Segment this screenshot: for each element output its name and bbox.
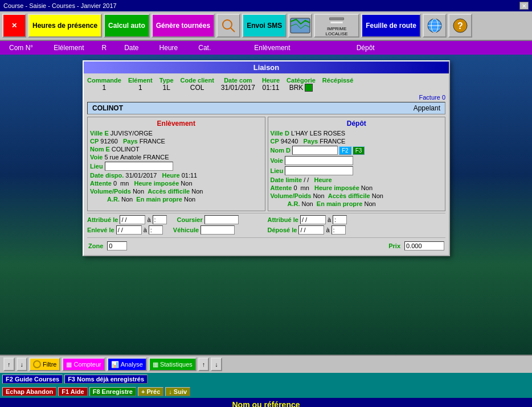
scroll-down-button[interactable]: ↓	[17, 357, 28, 371]
search-icon-btn[interactable]	[216, 14, 240, 38]
voie-d-label: Voie	[271, 157, 283, 164]
pays-d-value: FRANCE	[320, 138, 345, 145]
acc-diff-d-label: Accès difficile	[328, 192, 370, 199]
enleve-date-input[interactable]	[116, 225, 142, 235]
facture-value: 0	[442, 94, 445, 101]
nom-e-label: Nom E	[90, 146, 110, 153]
feuille-button[interactable]: Feuille de route	[361, 14, 421, 38]
voie-d-input[interactable]	[285, 156, 353, 165]
scroll-up-button[interactable]: ↑	[3, 357, 15, 371]
nom-e-row: Nom E COLINOT	[90, 146, 263, 153]
col-com: Com N°	[5, 43, 38, 53]
sort-up-button[interactable]: ↑	[198, 357, 210, 371]
f1-aide-button[interactable]: F1 Aide	[58, 387, 87, 396]
ar-e-value: Non	[121, 196, 133, 203]
en-main-e-value: Non	[184, 196, 195, 203]
ville-e-row: Ville E JUVISY/ORGE	[90, 130, 263, 137]
dialog-title: Liaison	[84, 61, 449, 73]
depose-time-input[interactable]	[332, 225, 346, 235]
voie-e-row: Voie 5 rue Anatole FRANCE	[90, 154, 263, 161]
ville-d-label: Ville D	[271, 130, 289, 137]
vehicule-input[interactable]	[200, 225, 235, 235]
tournees-button[interactable]: Génère tournées	[152, 14, 215, 38]
heure-e-label: Heure	[162, 172, 179, 179]
attribue-e-time-input[interactable]	[153, 215, 167, 224]
cp-e-label: CP	[90, 138, 99, 145]
main-area: Liaison Commande 1 Elément 1 Type 1L Cod…	[0, 55, 532, 355]
close-button[interactable]: ✕	[2, 14, 26, 38]
analyse-button[interactable]: 📊 Analyse	[107, 357, 147, 371]
attente-mn-d: mn	[301, 184, 309, 191]
status-bar-2: Echap Abandon F1 Aide F8 Enregistre + Pr…	[0, 385, 532, 398]
map-icon-btn[interactable]	[288, 14, 312, 38]
calcul-button[interactable]: Calcul auto	[104, 14, 150, 38]
filtre-button[interactable]: Filtre	[29, 357, 60, 371]
voie-d-row: Voie	[271, 156, 443, 165]
en-main-d-value: Non	[365, 200, 376, 207]
datedispo-row: Date dispo. 31/01/2017 Heure 01:11	[90, 172, 263, 179]
lieu-d-input[interactable]	[285, 166, 353, 175]
pays-d-label: Pays	[304, 138, 318, 145]
sort-down-button[interactable]: ↓	[211, 357, 222, 371]
suiv-button[interactable]: ↓ Suiv	[165, 387, 190, 396]
appelant-row: COLINOT Appelant	[87, 102, 445, 114]
coursier-input[interactable]	[204, 215, 239, 224]
sort-down-icon: ↓	[215, 361, 218, 368]
depot-title: Dépôt	[271, 120, 443, 128]
prix-input[interactable]	[404, 241, 444, 250]
imprime-icon-btn[interactable]: IMPRIME LOCALISE	[314, 14, 359, 38]
cp-pays-e-row: CP 91260 Pays FRANCE	[90, 138, 263, 145]
globe-icon-btn[interactable]	[423, 14, 447, 38]
voie-e-value: 5 rue Anatole FRANCE	[104, 154, 169, 161]
f2-guide-button[interactable]: F2 Guide Courses	[2, 375, 63, 384]
categorie-value: BRK	[289, 84, 304, 92]
bottom-two-col: Attribué le à Coursier Enlevé le à Véhic…	[87, 215, 445, 236]
statistiques-button[interactable]: ▦ Statistiques	[149, 357, 197, 371]
dialog-body: Commande 1 Elément 1 Type 1L Code client…	[84, 73, 449, 255]
help-icon-btn[interactable]: ?	[448, 14, 472, 38]
lieu-e-input[interactable]	[105, 162, 173, 171]
window-title: Course - Saisie - Courses - Janvier 2017	[3, 2, 117, 9]
info-row: Commande 1 Elément 1 Type 1L Code client…	[87, 77, 445, 92]
attente-mn-e: mn	[120, 180, 129, 187]
vehicule-label: Véhicule	[173, 227, 199, 233]
bottom-toolbar: ↑ ↓ Filtre ▦ Compteur 📊 Analyse ▦ Statis…	[0, 355, 532, 373]
depose-date-input[interactable]	[298, 225, 324, 235]
prix-label: Prix	[388, 242, 400, 249]
close-icon: ✕	[11, 22, 17, 30]
prec-button[interactable]: + Préc	[138, 387, 163, 396]
zone-prix-section: Zone Prix	[87, 240, 445, 252]
window-close-button[interactable]: ✕	[519, 2, 529, 10]
zone-input[interactable]	[107, 241, 127, 250]
attente-e-label: Attente	[90, 180, 112, 187]
compteur-button[interactable]: ▦ Compteur	[62, 357, 105, 371]
zone-area: Zone	[88, 241, 127, 250]
heures-button[interactable]: Heures de présence	[28, 14, 102, 38]
type-value: 1L	[162, 84, 170, 92]
envoi-sms-button[interactable]: Envoi SMS	[242, 14, 287, 38]
recepisse-label: Récépissé	[322, 77, 353, 84]
analyse-icon: 📊	[111, 361, 119, 368]
element-label: Elément	[128, 77, 153, 84]
date-limite-label: Date limite	[271, 176, 302, 183]
attribue-e-date-input[interactable]	[120, 215, 145, 224]
ar-e-row: A.R. Non En main propre Non	[90, 196, 263, 203]
f3-noms-button[interactable]: F3 Noms déjà enregistrés	[64, 375, 148, 384]
status-message: Nom ou référence	[0, 398, 532, 407]
attribue-d-date-input[interactable]	[300, 215, 326, 224]
f3-button[interactable]: F3	[353, 146, 365, 155]
col-element: Elélement	[49, 43, 88, 53]
echap-button[interactable]: Echap Abandon	[2, 387, 56, 396]
enleve-time-input[interactable]	[149, 225, 163, 235]
nom-d-input[interactable]	[292, 146, 338, 155]
f8-enregistre-button[interactable]: F8 Enregistre	[89, 387, 136, 396]
lieu-d-row: Lieu	[271, 166, 443, 175]
zone-label: Zone	[88, 242, 103, 249]
ville-e-value: JUVISY/ORGE	[111, 130, 153, 137]
lieu-e-label: Lieu	[90, 163, 103, 170]
separator-2	[87, 237, 445, 238]
f2-button[interactable]: F2	[339, 146, 351, 155]
attribue-d-time-input[interactable]	[333, 215, 347, 224]
date-dispo-label: Date dispo.	[90, 172, 124, 179]
facture-label: Facture	[419, 94, 440, 101]
